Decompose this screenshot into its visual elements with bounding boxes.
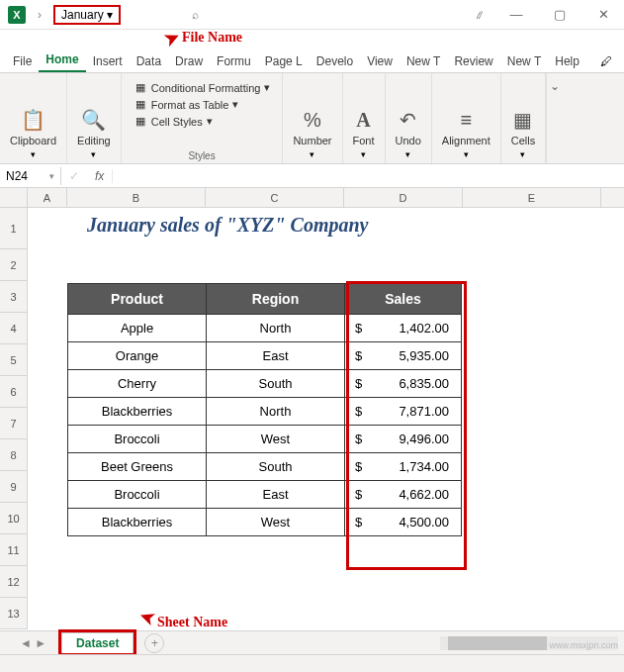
row-header[interactable]: 6 — [0, 376, 27, 408]
col-header-e[interactable]: E — [463, 188, 601, 207]
conditional-formatting-button[interactable]: ▦ Conditional Formatting ▾ — [134, 81, 271, 94]
tab-help[interactable]: Help — [548, 50, 586, 72]
editing-button[interactable]: 🔍 Editing ▾ — [73, 106, 115, 161]
header-region[interactable]: Region — [207, 284, 345, 315]
tab-home[interactable]: Home — [39, 48, 85, 72]
cells-icon: ▦ — [513, 108, 532, 132]
cell-sales[interactable]: 4,662.00 — [345, 481, 462, 509]
sheet-nav[interactable]: ◄ ► — [20, 636, 46, 650]
cells-button[interactable]: ▦ Cells ▾ — [507, 106, 539, 161]
format-as-table-button[interactable]: ▦ Format as Table ▾ — [134, 98, 271, 111]
row-header[interactable]: 3 — [0, 281, 27, 313]
cell-region[interactable]: South — [207, 453, 345, 481]
chevron-down-icon: ▾ — [361, 149, 366, 159]
maximize-button[interactable]: ▢ — [547, 7, 573, 22]
row-header[interactable]: 12 — [0, 566, 27, 598]
fx-icon[interactable]: fx — [87, 169, 113, 183]
cell-sales[interactable]: 7,871.00 — [345, 398, 462, 426]
tab-developer[interactable]: Develo — [310, 50, 360, 72]
cell-product[interactable]: Blackberries — [68, 509, 207, 536]
cell-region[interactable]: South — [207, 370, 345, 398]
ribbon-group-editing: 🔍 Editing ▾ — [67, 73, 122, 163]
sheet-tab-dataset[interactable]: Dataset — [61, 632, 134, 653]
file-name-annotation: ➤ File Name — [163, 26, 242, 49]
select-all-corner[interactable] — [0, 188, 28, 207]
minimize-button[interactable]: — — [503, 7, 529, 22]
col-header-d[interactable]: D — [344, 188, 463, 207]
cell-region[interactable]: East — [207, 481, 345, 509]
font-button[interactable]: A Font ▾ — [349, 107, 379, 161]
cell-sales[interactable]: 9,496.00 — [345, 426, 462, 453]
cell-region[interactable]: West — [207, 426, 345, 453]
mic-icon[interactable]: ⫽ — [474, 8, 486, 22]
undo-icon: ↶ — [400, 108, 416, 132]
formula-bar: N24 ▾ ✓ fx — [0, 164, 624, 188]
cell-sales[interactable]: 6,835.00 — [345, 370, 462, 398]
tab-file[interactable]: File — [6, 50, 39, 72]
tab-data[interactable]: Data — [130, 50, 168, 72]
chevron-down-icon: ▾ — [310, 149, 314, 159]
tab-review[interactable]: Review — [447, 50, 499, 72]
clipboard-button[interactable]: 📋 Clipboard ▾ — [6, 106, 60, 161]
close-button[interactable]: ✕ — [590, 7, 616, 22]
row-header[interactable]: 11 — [0, 534, 27, 566]
cell-product[interactable]: Orange — [68, 342, 207, 370]
row-header[interactable]: 1 — [0, 208, 27, 249]
cell-product[interactable]: Cherry — [68, 370, 207, 398]
table-icon: ▦ — [134, 98, 147, 111]
cell-sales[interactable]: 5,935.00 — [345, 342, 462, 370]
undo-button[interactable]: ↶ Undo ▾ — [392, 106, 425, 161]
search-icon[interactable]: ⌕ — [192, 8, 199, 22]
cell-sales[interactable]: 1,402.00 — [345, 315, 462, 342]
file-name-dropdown[interactable]: January ▾ — [53, 5, 121, 25]
cell-region[interactable]: North — [207, 398, 345, 426]
chevron-down-icon: ▾ — [31, 149, 36, 159]
tab-newtab1[interactable]: New T — [400, 50, 447, 72]
tab-newtab2[interactable]: New T — [500, 50, 548, 72]
cell-product[interactable]: Beet Greens — [68, 453, 207, 481]
row-header[interactable]: 4 — [0, 313, 27, 344]
tab-pagelayout[interactable]: Page L — [258, 50, 310, 72]
scrollbar-thumb[interactable] — [448, 636, 547, 650]
cell-styles-button[interactable]: ▦ Cell Styles ▾ — [134, 115, 271, 128]
add-sheet-button[interactable]: + — [144, 633, 164, 653]
row-header[interactable]: 7 — [0, 408, 27, 439]
col-header-b[interactable]: B — [67, 188, 206, 207]
tab-insert[interactable]: Insert — [86, 50, 130, 72]
row-header[interactable]: 9 — [0, 471, 27, 503]
alignment-button[interactable]: ≡ Alignment ▾ — [438, 107, 494, 161]
cell-product[interactable]: Blackberries — [68, 398, 207, 426]
title-bar: X › January ▾ ⌕ ⫽ — ▢ ✕ — [0, 0, 624, 30]
row-header[interactable]: 5 — [0, 344, 27, 376]
col-header-c[interactable]: C — [206, 188, 344, 207]
ribbon-collapse-button[interactable]: ⌄ — [546, 73, 562, 163]
header-product[interactable]: Product — [68, 284, 207, 315]
table-header-row: Product Region Sales — [68, 284, 462, 315]
tab-view[interactable]: View — [360, 50, 400, 72]
align-icon: ≡ — [460, 109, 472, 132]
cell-region[interactable]: West — [207, 509, 345, 536]
cell-product[interactable]: Broccoli — [68, 481, 207, 509]
share-button[interactable]: 🖊 — [594, 50, 618, 72]
cell-region[interactable]: East — [207, 342, 345, 370]
cell-product[interactable]: Apple — [68, 315, 207, 342]
ribbon-group-cells: ▦ Cells ▾ — [501, 73, 546, 163]
cell-sales[interactable]: 4,500.00 — [345, 509, 462, 536]
row-header[interactable]: 10 — [0, 503, 27, 534]
row-header[interactable]: 8 — [0, 439, 27, 471]
header-sales[interactable]: Sales — [345, 284, 462, 315]
cell-product[interactable]: Broccoli — [68, 426, 207, 453]
row-header[interactable]: 2 — [0, 249, 27, 281]
tab-formulas[interactable]: Formu — [210, 50, 258, 72]
number-button[interactable]: % Number ▾ — [289, 107, 335, 161]
cells-area[interactable]: January sales of "XYZ" Company Product R… — [28, 208, 624, 629]
cell-sales[interactable]: 1,734.00 — [345, 453, 462, 481]
arrow-icon: ➤ — [159, 24, 185, 52]
name-box[interactable]: N24 ▾ — [0, 167, 61, 185]
excel-app-icon: X — [8, 6, 26, 24]
col-header-a[interactable]: A — [28, 188, 67, 207]
cell-region[interactable]: North — [207, 315, 345, 342]
formula-input[interactable] — [113, 174, 624, 178]
row-header[interactable]: 13 — [0, 598, 27, 629]
tab-draw[interactable]: Draw — [168, 50, 210, 72]
